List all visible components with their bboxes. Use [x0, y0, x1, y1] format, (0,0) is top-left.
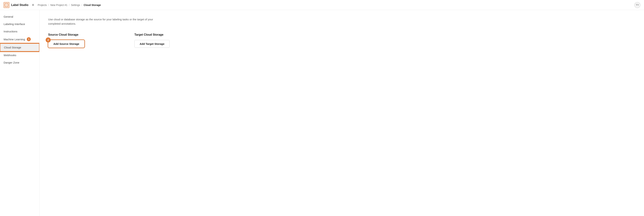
header: Label Studio ≡ Projects / New Project #1… [0, 0, 644, 10]
avatar[interactable]: TY [634, 2, 640, 8]
storage-grid: Source Cloud Storage 2 Add Source Storag… [48, 33, 210, 48]
header-left: Label Studio ≡ Projects / New Project #1… [4, 2, 101, 8]
source-storage-section: Source Cloud Storage 2 Add Source Storag… [48, 33, 124, 48]
logo: Label Studio [4, 2, 28, 8]
breadcrumb-sep-1: / [48, 4, 49, 7]
target-storage-title: Target Cloud Storage [134, 33, 210, 36]
sidebar-item-labeling-interface[interactable]: Labeling Interface [0, 20, 39, 28]
sidebar-label-webhooks: Webhooks [4, 54, 16, 57]
source-storage-title: Source Cloud Storage [48, 33, 124, 36]
breadcrumb: Projects / New Project #1 / Settings / C… [38, 4, 101, 7]
target-storage-section: Target Cloud Storage Add Target Storage [134, 33, 210, 48]
breadcrumb-project[interactable]: New Project #1 [50, 4, 68, 7]
sidebar-label-labeling-interface: Labeling Interface [4, 23, 25, 26]
annotation-2: 2 [46, 37, 51, 43]
source-btn-container: 2 Add Source Storage [48, 40, 84, 48]
sidebar-item-general[interactable]: General [0, 13, 39, 20]
breadcrumb-projects[interactable]: Projects [38, 4, 47, 7]
breadcrumb-current: Cloud Storage [84, 4, 101, 7]
sidebar: General Labeling Interface Instructions … [0, 10, 40, 216]
sidebar-label-danger-zone: Danger Zone [4, 61, 20, 64]
sidebar-item-instructions[interactable]: Instructions [0, 28, 39, 35]
sidebar-item-danger-zone[interactable]: Danger Zone [0, 59, 39, 66]
sidebar-label-instructions: Instructions [4, 30, 18, 33]
sidebar-label-cloud-storage: Cloud Storage [4, 46, 21, 49]
sidebar-label-general: General [4, 15, 13, 18]
breadcrumb-sep-3: / [82, 4, 82, 7]
breadcrumb-settings[interactable]: Settings [71, 4, 80, 7]
body: General Labeling Interface Instructions … [0, 10, 644, 216]
app: Label Studio ≡ Projects / New Project #1… [0, 0, 644, 216]
add-target-storage-button[interactable]: Add Target Storage [134, 40, 170, 48]
main-content: Use cloud or database storage as the sou… [40, 10, 644, 216]
breadcrumb-sep-2: / [69, 4, 70, 7]
sidebar-item-machine-learning[interactable]: Machine Learning 1 [0, 35, 39, 43]
sidebar-item-webhooks[interactable]: Webhooks [0, 51, 39, 59]
sidebar-label-machine-learning: Machine Learning [4, 38, 25, 41]
machine-learning-badge: 1 [27, 37, 31, 41]
sidebar-item-cloud-storage[interactable]: Cloud Storage [0, 43, 39, 51]
storage-description: Use cloud or database storage as the sou… [48, 17, 163, 26]
svg-rect-1 [6, 4, 7, 6]
hamburger-menu[interactable]: ≡ [32, 3, 34, 7]
add-source-storage-button[interactable]: Add Source Storage [48, 40, 84, 48]
logo-text: Label Studio [11, 4, 28, 7]
logo-icon [4, 2, 9, 8]
